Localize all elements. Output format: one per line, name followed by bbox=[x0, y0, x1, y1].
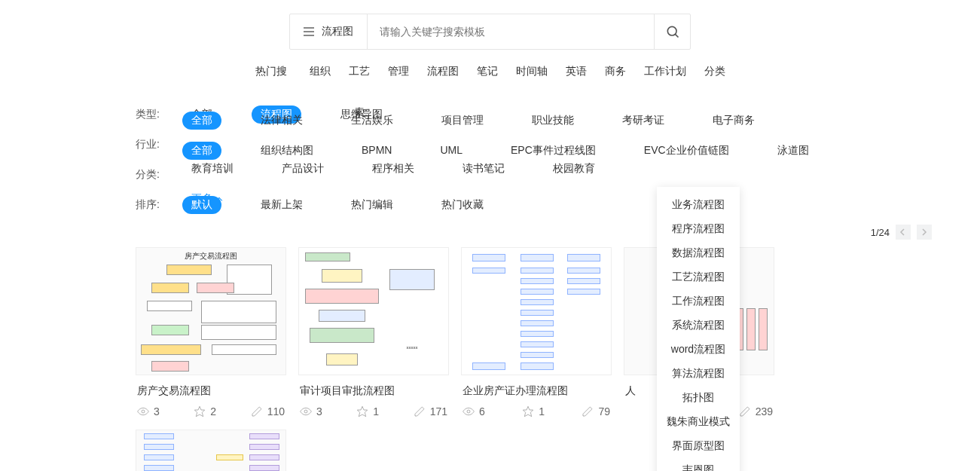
star-icon bbox=[194, 405, 206, 417]
search-button[interactable] bbox=[654, 14, 690, 49]
dropdown-item[interactable]: 拓扑图 bbox=[657, 386, 740, 410]
svg-marker-3 bbox=[195, 406, 205, 416]
edit-icon bbox=[414, 405, 426, 417]
filter-sort-opt[interactable]: 热门收藏 bbox=[432, 196, 493, 214]
hot-tag[interactable]: 工作计划 bbox=[644, 65, 686, 78]
eye-icon bbox=[137, 405, 149, 417]
filter-label-sort: 排序: bbox=[136, 198, 161, 212]
edits-stat: 239 bbox=[739, 405, 773, 417]
hot-tag[interactable]: 组织 bbox=[310, 65, 331, 78]
template-card[interactable]: 婚礼仪式流程图 3 1 89 bbox=[136, 430, 286, 471]
page-indicator: 1/24 bbox=[871, 227, 890, 238]
edits-stat: 79 bbox=[582, 405, 610, 417]
filter-category-opt[interactable]: 泳道图 bbox=[768, 142, 818, 160]
pager-prev-button[interactable] bbox=[896, 225, 911, 240]
hot-tag[interactable]: 商务 bbox=[605, 65, 626, 78]
template-grid: 房产交易流程图 房产交易流程图 3 2 110 bbox=[0, 247, 980, 471]
hot-search-tags: 组织 工艺 管理 流程图 笔记 时间轴 英语 商务 工作计划 分类 bbox=[310, 65, 725, 78]
stars-stat: 1 bbox=[522, 405, 545, 417]
filter-row-category: 分类: 全部 组织结构图 BPMN UML EPC事件过程线图 EVC企业价值链… bbox=[136, 160, 844, 190]
menu-icon bbox=[304, 27, 314, 36]
template-thumbnail bbox=[136, 430, 286, 471]
eye-icon bbox=[300, 405, 312, 417]
dropdown-item[interactable]: 工作流程图 bbox=[657, 289, 740, 313]
svg-marker-7 bbox=[524, 406, 533, 416]
dropdown-item[interactable]: 魏朱商业模式 bbox=[657, 410, 740, 434]
hot-tag[interactable]: 时间轴 bbox=[516, 65, 548, 78]
dropdown-item[interactable]: 算法流程图 bbox=[657, 362, 740, 386]
filter-category-opt[interactable]: BPMN bbox=[353, 142, 401, 160]
dropdown-item[interactable]: 工艺流程图 bbox=[657, 265, 740, 289]
svg-point-4 bbox=[304, 410, 307, 413]
edit-icon bbox=[582, 405, 594, 417]
svg-line-1 bbox=[675, 34, 678, 37]
eye-icon bbox=[463, 405, 475, 417]
filter-category-opt[interactable]: UML bbox=[431, 142, 472, 160]
search-input[interactable] bbox=[368, 14, 654, 49]
template-title: 房产交易流程图 bbox=[136, 375, 286, 405]
svg-point-0 bbox=[667, 26, 676, 35]
search-icon bbox=[665, 24, 680, 39]
template-thumbnail: 房产交易流程图 bbox=[136, 247, 286, 375]
edit-icon bbox=[739, 405, 751, 417]
edit-icon bbox=[251, 405, 263, 417]
svg-point-2 bbox=[142, 410, 145, 413]
search-category-selector[interactable]: 流程图 bbox=[290, 14, 368, 49]
hot-tag[interactable]: 工艺 bbox=[349, 65, 370, 78]
filter-category-opt[interactable]: EVC企业价值链图 bbox=[635, 142, 738, 160]
dropdown-item[interactable]: 韦恩图 bbox=[657, 458, 740, 471]
filter-category-opt[interactable]: EPC事件过程线图 bbox=[502, 142, 605, 160]
filter-industry-opt[interactable]: 全部 bbox=[182, 112, 221, 130]
hot-tag[interactable]: 笔记 bbox=[477, 65, 498, 78]
dropdown-item[interactable]: 数据流程图 bbox=[657, 241, 740, 265]
edits-stat: 171 bbox=[414, 405, 447, 417]
filter-sort-opt[interactable]: 最新上架 bbox=[252, 196, 312, 214]
filter-sort-opt[interactable]: 热门编辑 bbox=[342, 196, 402, 214]
hot-tag[interactable]: 英语 bbox=[566, 65, 587, 78]
hot-tag[interactable]: 管理 bbox=[388, 65, 409, 78]
dropdown-item[interactable]: 业务流程图 bbox=[657, 193, 740, 217]
filter-industry-opt[interactable]: 电子商务 bbox=[704, 112, 764, 130]
template-card[interactable]: 房产交易流程图 房产交易流程图 3 2 110 bbox=[136, 247, 286, 417]
views-stat: 6 bbox=[463, 405, 485, 417]
filter-sort-opt[interactable]: 默认 bbox=[182, 196, 221, 214]
hot-tag[interactable]: 流程图 bbox=[427, 65, 459, 78]
views-stat: 3 bbox=[137, 405, 160, 417]
filter-industry-opt[interactable]: 考研考证 bbox=[613, 112, 673, 130]
chevron-right-icon bbox=[920, 228, 928, 236]
svg-marker-5 bbox=[358, 406, 368, 416]
hot-tag[interactable]: 分类 bbox=[704, 65, 725, 78]
stars-stat: 1 bbox=[356, 405, 379, 417]
search-category-label: 流程图 bbox=[322, 25, 353, 38]
template-title: 企业房产证办理流程图 bbox=[461, 375, 612, 405]
views-stat: 3 bbox=[300, 405, 322, 417]
star-icon bbox=[522, 405, 534, 417]
star-icon bbox=[356, 405, 368, 417]
filter-label-type: 类型: bbox=[136, 108, 161, 121]
template-card[interactable]: 企业房产证办理流程图 6 1 79 bbox=[461, 247, 612, 417]
pager-next-button[interactable] bbox=[917, 225, 932, 240]
category-dropdown: 业务流程图 程序流程图 数据流程图 工艺流程图 工作流程图 系统流程图 word… bbox=[657, 187, 740, 471]
filter-label-category: 分类: bbox=[136, 168, 161, 182]
filter-label-industry: 行业: bbox=[136, 138, 161, 151]
filter-category-opt[interactable]: 组织结构图 bbox=[252, 142, 322, 160]
filter-industry-opt[interactable]: 项目管理 bbox=[432, 112, 493, 130]
hot-search-label: 热门搜 bbox=[255, 65, 287, 78]
svg-point-6 bbox=[467, 410, 470, 413]
template-thumbnail bbox=[461, 247, 612, 375]
dropdown-item[interactable]: 程序流程图 bbox=[657, 217, 740, 241]
template-thumbnail: xxxxx bbox=[298, 247, 449, 375]
dropdown-item[interactable]: word流程图 bbox=[657, 338, 740, 362]
filter-industry-opt[interactable]: 生活娱乐 bbox=[342, 112, 402, 130]
filter-category-opt[interactable]: 全部 bbox=[182, 142, 221, 160]
template-card[interactable]: xxxxx 审计项目审批流程图 3 1 171 bbox=[298, 247, 449, 417]
edits-stat: 110 bbox=[251, 405, 285, 417]
filter-industry-opt[interactable]: 法律相关 bbox=[252, 112, 312, 130]
dropdown-item[interactable]: 界面原型图 bbox=[657, 434, 740, 458]
dropdown-item[interactable]: 系统流程图 bbox=[657, 313, 740, 338]
template-title: 审计项目审批流程图 bbox=[298, 375, 449, 405]
filter-industry-opt[interactable]: 职业技能 bbox=[523, 112, 583, 130]
stars-stat: 2 bbox=[194, 405, 216, 417]
chevron-left-icon bbox=[899, 228, 907, 236]
